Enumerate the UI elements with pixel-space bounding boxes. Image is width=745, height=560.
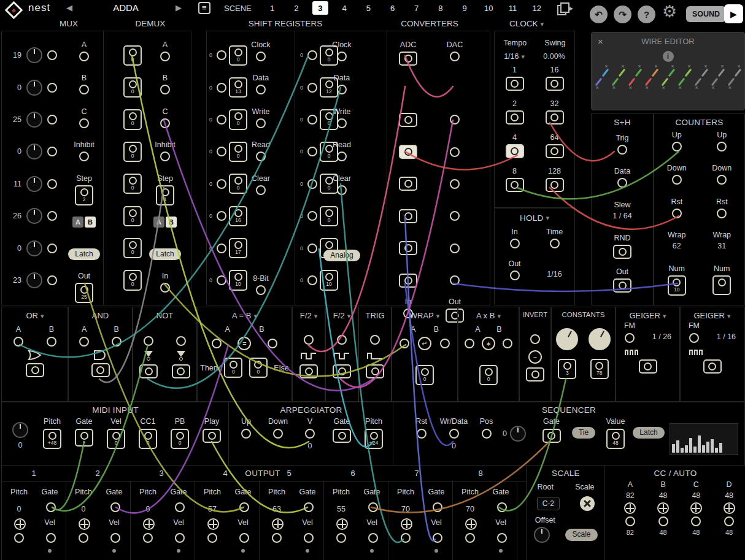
counter-down-jack[interactable]	[672, 175, 682, 185]
geiger1-out-jack[interactable]	[639, 359, 657, 374]
help-button[interactable]: ?	[638, 6, 655, 23]
output-gate-jack[interactable]	[46, 502, 56, 512]
output-gate-jack[interactable]	[433, 502, 442, 512]
mux-a-jack[interactable]	[79, 52, 89, 61]
constant2-knob[interactable]	[589, 328, 611, 350]
mux-inhibit-jack[interactable]	[79, 152, 89, 161]
output-vel-jack[interactable]	[239, 533, 249, 543]
output-pitch-trim[interactable]	[143, 518, 155, 530]
wire-editor-wire[interactable]: × ×	[728, 64, 741, 90]
geiger2-fm-jack[interactable]	[689, 333, 699, 343]
wire-editor-wire[interactable]: × ×	[595, 64, 609, 90]
dropdown-caret-icon[interactable]: ▾	[497, 312, 501, 320]
sr1-read-jack[interactable]	[256, 152, 266, 161]
counter-num-jack[interactable]	[712, 275, 731, 295]
mux-input-jack[interactable]	[47, 211, 57, 221]
sr2-write-jack[interactable]	[337, 118, 347, 128]
constant1-knob[interactable]	[556, 328, 578, 350]
mux-input-jack[interactable]	[47, 244, 57, 253]
close-icon[interactable]: ×	[598, 36, 603, 47]
sr2-stage-jack[interactable]	[307, 115, 317, 125]
output-vel-jack[interactable]	[433, 533, 442, 543]
dropdown-caret-icon[interactable]: ▾	[436, 312, 440, 320]
hold-out-jack[interactable]	[510, 270, 520, 280]
mux-c-jack[interactable]	[79, 118, 89, 128]
output-gate-jack[interactable]	[239, 502, 249, 512]
hold-time-value[interactable]: 1/16	[547, 270, 562, 278]
sr1-clear-jack[interactable]	[256, 185, 266, 195]
adc-bit-jack[interactable]	[399, 241, 417, 255]
tempo-dropdown[interactable]: 1/16▾	[504, 52, 525, 61]
settings-gear-icon[interactable]: ⚙	[662, 4, 677, 20]
swing-value[interactable]: 0.00%	[543, 52, 565, 61]
midi-gate-jack[interactable]	[75, 429, 93, 447]
sr2-stage-jack[interactable]	[307, 50, 317, 60]
wrap-out-jack[interactable]: 0	[415, 365, 434, 385]
geiger1-fm-jack[interactable]	[625, 333, 635, 343]
dac-in-jack[interactable]	[450, 52, 460, 61]
counter-wrap-value[interactable]: 31	[717, 242, 726, 250]
clock-division-jack[interactable]	[506, 178, 524, 192]
counter-down-jack[interactable]	[717, 175, 727, 185]
sr2-read-jack[interactable]	[337, 152, 347, 161]
midi-vel-jack[interactable]: 0	[107, 429, 125, 449]
output-vel-jack[interactable]	[110, 533, 120, 543]
sr1-8bit-jack[interactable]	[256, 285, 266, 295]
not2-in-jack[interactable]	[176, 336, 186, 346]
mux-ab-toggle[interactable]: AB	[72, 217, 96, 228]
wire-editor-wire[interactable]: × ×	[628, 64, 642, 90]
adc-bit-jack[interactable]	[399, 113, 417, 127]
geiger1-rate-value[interactable]: 1 / 26	[652, 332, 671, 341]
hold-in-jack[interactable]	[510, 239, 520, 248]
arp-up-jack[interactable]	[241, 429, 251, 439]
clock-division-jack[interactable]	[546, 178, 564, 192]
demux-inhibit-jack[interactable]	[160, 152, 170, 161]
mux-input-knob[interactable]	[26, 47, 42, 63]
sound-button[interactable]: SOUND	[686, 6, 726, 22]
scale-button[interactable]: Scale	[565, 529, 597, 540]
mux-b-jack[interactable]	[79, 85, 89, 94]
arp-v-jack[interactable]	[305, 429, 315, 439]
and-a-jack[interactable]	[79, 337, 89, 347]
mux-input-jack[interactable]	[47, 115, 57, 125]
demux-a-jack[interactable]	[160, 52, 170, 61]
sr2-stage-jack[interactable]	[307, 83, 317, 93]
output-pitch-jack[interactable]	[465, 533, 475, 543]
seq-wr-jack[interactable]	[449, 429, 459, 439]
mux-input-knob[interactable]	[26, 240, 42, 256]
mux-step-jack[interactable]: 2	[75, 185, 93, 205]
sr1-stage-jack[interactable]	[217, 275, 226, 285]
counter-rst-jack[interactable]	[672, 209, 682, 218]
wire-editor-wire[interactable]: × ×	[711, 64, 725, 90]
sr1-stage-jack[interactable]	[217, 179, 226, 189]
hold-time-jack[interactable]	[550, 239, 560, 248]
sh-rnd-jack[interactable]	[613, 245, 631, 259]
demux-output-jack[interactable]: 0	[123, 109, 142, 129]
output-gate-jack[interactable]	[368, 502, 378, 512]
output-pitch-trim[interactable]	[465, 518, 477, 530]
output-vel-jack[interactable]	[368, 533, 378, 543]
cc-channel-trim[interactable]	[624, 502, 636, 514]
mux-input-jack[interactable]	[47, 50, 57, 60]
play-button[interactable]: ▶	[724, 4, 743, 23]
scale-root-dropdown[interactable]: C-2	[537, 497, 560, 510]
adc-bit-jack[interactable]	[399, 209, 417, 223]
sr2-analog-button[interactable]: Analog	[323, 250, 360, 261]
axb-a-jack[interactable]	[465, 339, 474, 348]
scene-button[interactable]: 10	[481, 1, 496, 15]
sr2-clock-jack[interactable]	[337, 52, 347, 61]
scene-button[interactable]: 6	[385, 1, 401, 15]
scene-button[interactable]: 7	[409, 1, 425, 15]
not1-in-jack[interactable]	[144, 336, 153, 346]
dac-bit-jack[interactable]	[450, 275, 460, 285]
sr1-data-jack[interactable]	[256, 85, 266, 94]
f2b-out-jack[interactable]	[333, 364, 351, 378]
dac-bit-jack[interactable]	[450, 115, 460, 125]
wire-editor-wire[interactable]: × ×	[662, 64, 675, 90]
scene-button[interactable]: 12	[529, 1, 545, 15]
f2b-in-jack[interactable]	[337, 335, 347, 345]
sr1-stage-jack[interactable]	[217, 211, 226, 221]
mux-input-jack[interactable]	[47, 275, 57, 285]
scale-offset-knob[interactable]	[534, 527, 550, 543]
scene-button[interactable]: 3	[312, 1, 328, 15]
